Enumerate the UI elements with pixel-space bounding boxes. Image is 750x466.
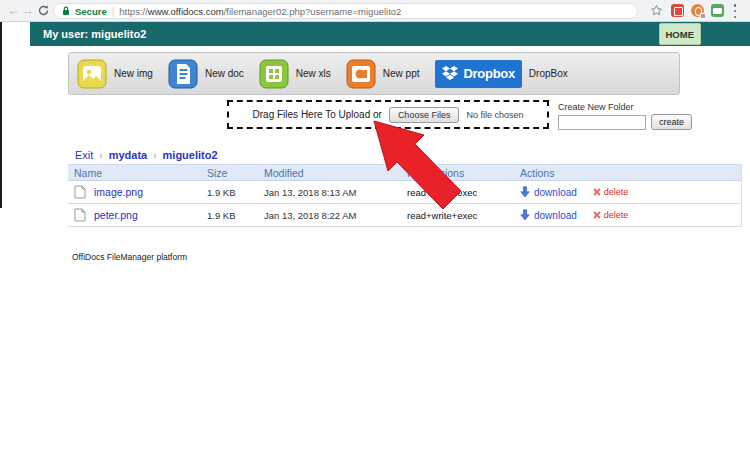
new-xls-button[interactable]: New xls: [259, 59, 331, 89]
browser-toolbar: ← → Secure | https://www.offidocs.com/fi…: [0, 0, 750, 22]
download-link[interactable]: download: [520, 186, 577, 198]
delete-link[interactable]: delete: [593, 187, 629, 197]
file-icon: [74, 208, 86, 222]
create-folder-section: Create New Folder create: [558, 102, 708, 130]
header-size: Size: [205, 167, 262, 179]
choose-files-button[interactable]: Choose Files: [389, 107, 460, 123]
delete-x-icon: [593, 211, 601, 219]
home-button[interactable]: HOME: [659, 23, 702, 45]
dropbox-button[interactable]: Dropbox DropBox: [435, 60, 568, 88]
download-icon: [520, 186, 530, 198]
new-folder-name-input[interactable]: [558, 115, 646, 130]
create-folder-button[interactable]: create: [651, 114, 692, 130]
breadcrumb-separator: ›: [153, 150, 156, 161]
new-doc-button[interactable]: New doc: [168, 59, 244, 89]
breadcrumb-separator: ›: [99, 150, 102, 161]
dropbox-icon: [440, 65, 460, 83]
page-url: https://www.offidocs.com/filemanager02.p…: [119, 6, 401, 17]
drag-files-label: Drag Files Here To Upload or: [253, 109, 382, 120]
extension-icon-red[interactable]: [671, 4, 684, 17]
file-size: 1.9 KB: [205, 210, 262, 221]
file-permissions: read+write+exec: [405, 210, 518, 221]
presentation-file-icon: [346, 59, 376, 89]
file-size: 1.9 KB: [205, 187, 262, 198]
secure-badge: Secure: [75, 6, 107, 17]
platform-footer-label: OffiDocs FileManager platform: [72, 252, 187, 262]
breadcrumb-user-link[interactable]: miguelito2: [163, 149, 218, 161]
bookmark-star-icon[interactable]: [650, 4, 663, 17]
delete-x-icon: [593, 188, 601, 196]
url-separator: |: [112, 6, 115, 17]
address-bar[interactable]: Secure | https://www.offidocs.com/filema…: [53, 3, 638, 19]
table-row: peter.png 1.9 KB Jan 13, 2018 8:22 AM re…: [68, 204, 741, 227]
back-icon[interactable]: ←: [7, 3, 20, 19]
extension-badge: [700, 13, 706, 19]
browser-window: ← → Secure | https://www.offidocs.com/fi…: [0, 0, 750, 466]
header-name: Name: [68, 167, 205, 179]
file-table: Name Size Modified Permissions Actions i…: [68, 164, 742, 227]
breadcrumb: Exit › mydata › miguelito2: [75, 149, 218, 161]
file-permissions: read+write+exec: [405, 187, 518, 198]
create-folder-label: Create New Folder: [558, 102, 708, 112]
download-icon: [520, 209, 530, 221]
file-icon: [74, 185, 86, 199]
extension-icon-mail[interactable]: [711, 4, 724, 17]
image-file-icon: [77, 59, 107, 89]
table-header-row: Name Size Modified Permissions Actions: [68, 164, 741, 181]
window-left-edge: [0, 22, 2, 208]
new-ppt-button[interactable]: New ppt: [346, 59, 420, 89]
new-file-toolbar: New img New doc New xls New ppt Dropbox: [68, 52, 680, 95]
app-header: My user: miguelito2 HOME: [30, 22, 750, 46]
forward-icon[interactable]: →: [21, 3, 34, 19]
header-modified: Modified: [262, 167, 405, 179]
padlock-icon: [62, 6, 70, 16]
breadcrumb-mydata-link[interactable]: mydata: [109, 149, 148, 161]
no-file-chosen-label: No file chosen: [466, 110, 523, 120]
browser-menu-icon[interactable]: [733, 4, 737, 18]
spreadsheet-file-icon: [259, 59, 289, 89]
breadcrumb-exit-link[interactable]: Exit: [75, 149, 93, 161]
current-user-label: My user: miguelito2: [43, 22, 146, 46]
new-img-button[interactable]: New img: [77, 59, 153, 89]
upload-dropzone[interactable]: Drag Files Here To Upload or Choose File…: [227, 100, 549, 129]
header-permissions: Permissions: [405, 167, 518, 179]
header-actions: Actions: [518, 167, 741, 179]
file-modified: Jan 13, 2018 8:22 AM: [262, 210, 405, 221]
file-name-link[interactable]: peter.png: [94, 209, 138, 221]
reload-icon[interactable]: [37, 4, 50, 17]
extension-icon-orange[interactable]: [691, 4, 704, 17]
dropbox-logo-text: Dropbox: [464, 66, 515, 81]
file-modified: Jan 13, 2018 8:13 AM: [262, 187, 405, 198]
file-name-link[interactable]: image.png: [94, 186, 143, 198]
document-file-icon: [168, 59, 198, 89]
delete-link[interactable]: delete: [593, 210, 629, 220]
download-link[interactable]: download: [520, 209, 577, 221]
table-row: image.png 1.9 KB Jan 13, 2018 8:13 AM re…: [68, 181, 741, 204]
